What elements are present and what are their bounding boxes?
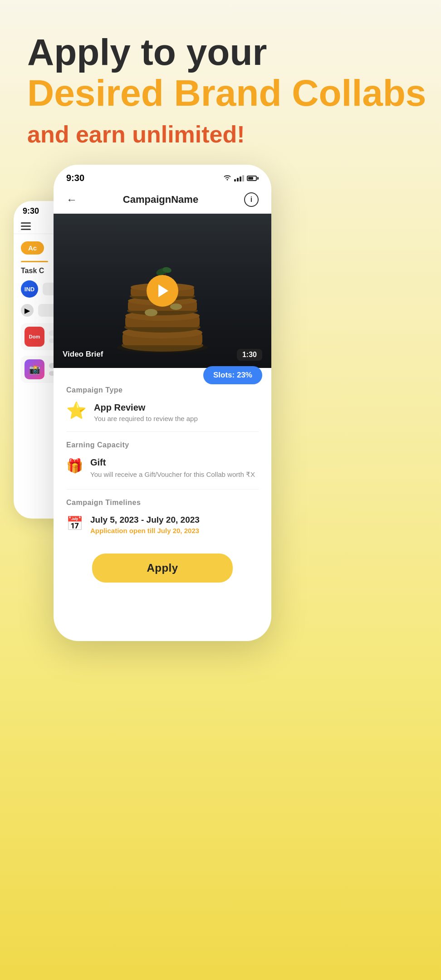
campaign-type-title: App Review [94,402,198,413]
timeline-row: 📅 July 5, 2023 - July 20, 2023 Applicati… [66,515,259,534]
social-brand-logo: 📸 [24,359,44,379]
earning-desc: You will receive a Gift/Voucher for this… [90,470,255,480]
gift-icon: 🎁 [66,459,83,473]
campaign-type-label: Campaign Type [66,386,259,394]
earning-info: Gift You will receive a Gift/Voucher for… [90,457,255,480]
dominos-logo: Dom [24,327,44,347]
apply-button[interactable]: Apply [92,554,232,583]
divider-2 [66,489,259,490]
bg-tab-underline [21,261,48,262]
slots-badge: Slots: 23% [203,366,262,384]
timeline-label: Campaign Timelines [66,499,259,507]
timeline-dates: July 5, 2023 - July 20, 2023 [90,515,200,525]
app-open-prefix: Application open till [90,527,157,534]
divider-1 [66,431,259,432]
app-open-text: Application open till July 20, 2023 [90,527,200,534]
back-button[interactable]: ← [66,193,77,206]
main-navbar: ← CampaignName i [54,188,271,214]
phones-container: 9:30 99 Ac [0,165,441,900]
star-icon: ⭐ [66,402,87,419]
timeline-info: July 5, 2023 - July 20, 2023 Application… [90,515,200,534]
main-status-icons [223,174,259,182]
hero-line1: Apply to your [27,32,418,73]
bg-active-tab[interactable]: Ac [21,241,44,255]
play-button[interactable] [147,275,178,307]
apply-area: Apply [54,545,271,596]
calendar-icon: 📅 [66,517,83,530]
main-time: 9:30 [66,173,84,183]
earning-label: Earning Capacity [66,441,259,449]
wifi-icon [223,174,231,182]
earning-row: 🎁 Gift You will receive a Gift/Voucher f… [66,457,259,480]
earning-title: Gift [90,457,255,468]
bg-play-icon[interactable]: ▶ [21,304,34,317]
info-button[interactable]: i [244,192,259,207]
nav-title: CampaignName [123,194,198,206]
campaign-type-row: ⭐ App Review You are required to review … [66,402,259,422]
play-triangle-icon [158,284,168,297]
campaign-details-card: Slots: 23% Campaign Type ⭐ App Review Yo… [54,373,271,545]
hero-section: Apply to your Desired Brand Collabs and … [0,0,441,165]
video-brief-label: Video Brief [63,350,103,359]
hamburger-icon[interactable] [21,222,31,230]
main-battery-icon [247,176,259,181]
svg-point-0 [227,179,228,181]
hero-line2: Desired Brand Collabs [27,73,418,113]
main-status-bar: 9:30 [54,165,271,188]
bg-avatar-ind: IND [21,280,38,298]
campaign-type-info: App Review You are required to review th… [94,402,198,422]
phone-main: 9:30 [54,165,271,641]
video-duration: 1:30 [237,349,262,361]
video-section[interactable]: Video Brief 1:30 [54,214,271,368]
bg-time: 9:30 [23,206,39,216]
app-open-date: July 20, 2023 [157,527,200,534]
campaign-type-desc: You are required to review the app [94,415,198,422]
hero-line3: and earn unlimited! [27,118,418,151]
main-signal-icon [234,175,244,181]
